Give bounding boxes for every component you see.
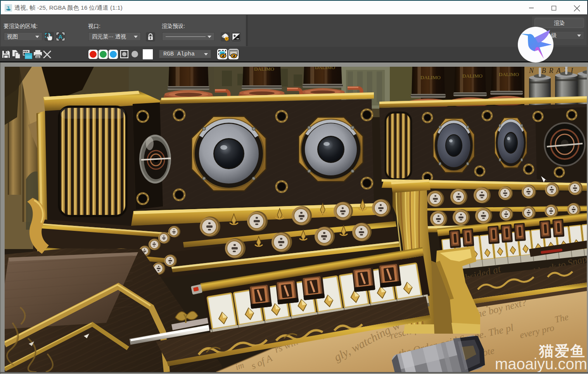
- svg-text:A: A: [59, 33, 63, 40]
- svg-text:DALIMO: DALIMO: [254, 67, 274, 72]
- svg-text:DALIMO: DALIMO: [420, 74, 441, 80]
- svg-text:DALIMO: DALIMO: [462, 73, 483, 79]
- svg-text:DALIMO: DALIMO: [499, 71, 519, 77]
- svg-text:DALIMO: DALIMO: [315, 67, 335, 70]
